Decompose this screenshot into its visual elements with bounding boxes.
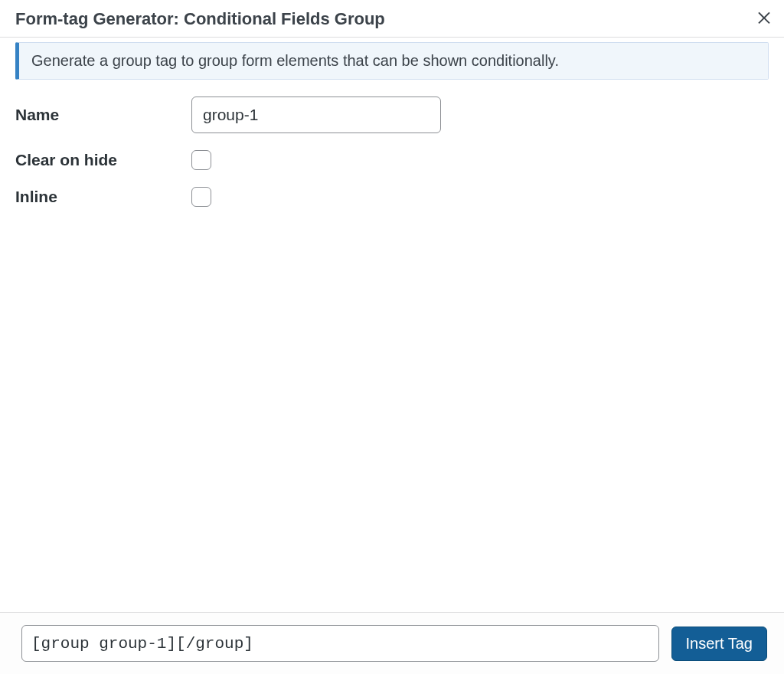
info-banner: Generate a group tag to group form eleme… xyxy=(15,42,769,80)
field-row-name: Name xyxy=(15,97,769,133)
field-row-clear-on-hide: Clear on hide xyxy=(15,150,769,170)
dialog-header: Form-tag Generator: Conditional Fields G… xyxy=(0,0,784,38)
name-label: Name xyxy=(15,106,191,124)
dialog-footer: Insert Tag xyxy=(0,612,784,674)
clear-on-hide-checkbox[interactable] xyxy=(191,150,211,170)
info-banner-text: Generate a group tag to group form eleme… xyxy=(31,52,559,70)
close-button[interactable] xyxy=(755,8,773,26)
generated-tag-output[interactable] xyxy=(21,625,659,662)
form-tag-generator-dialog: Form-tag Generator: Conditional Fields G… xyxy=(0,0,784,674)
inline-checkbox[interactable] xyxy=(191,187,211,207)
field-row-inline: Inline xyxy=(15,187,769,207)
close-icon xyxy=(755,8,773,26)
clear-on-hide-label: Clear on hide xyxy=(15,151,191,169)
dialog-title: Form-tag Generator: Conditional Fields G… xyxy=(15,9,769,29)
inline-label: Inline xyxy=(15,188,191,206)
name-input[interactable] xyxy=(191,97,441,133)
insert-tag-button[interactable]: Insert Tag xyxy=(671,627,767,661)
dialog-body: Generate a group tag to group form eleme… xyxy=(0,38,784,612)
